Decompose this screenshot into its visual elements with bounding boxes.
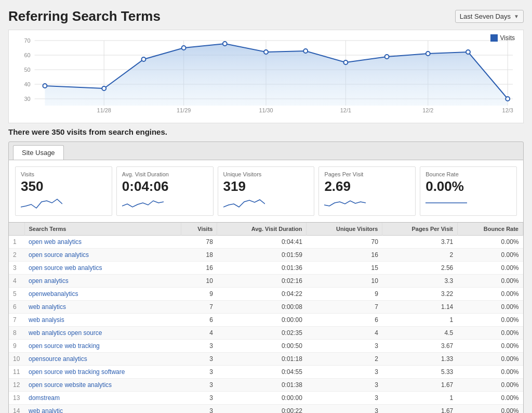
term-link[interactable]: open analytics [29,277,69,285]
table-header-row: Search Terms Visits Avg. Visit Duration … [9,223,523,236]
svg-point-34 [506,97,510,101]
metric-visits-label: Visits [21,171,107,177]
metric-avg-duration: Avg. Visit Duration 0:04:06 [116,166,214,216]
metric-avg-duration-label: Avg. Visit Duration [122,171,208,177]
page-header: Referring Search Terms Last Seven Days ▼ [8,8,524,24]
cell-bounce: 0.00% [457,366,523,379]
term-link[interactable]: open source web tracking software [29,368,125,376]
cell-pages: 4.5 [382,327,457,340]
cell-avg-duration: 0:04:41 [217,236,307,249]
cell-rank: 11 [9,366,24,379]
metric-unique-visitors: Unique Visitors 319 [218,166,315,216]
term-link[interactable]: open source web analytics [29,264,102,272]
cell-unique: 7 [307,301,382,314]
cell-avg-duration: 0:00:08 [217,301,307,314]
cell-term[interactable]: opensource analytics [24,353,181,366]
cell-rank: 5 [9,288,24,301]
table-row: 3 open source web analytics 16 0:01:36 1… [9,262,523,275]
term-link[interactable]: open source website analytics [29,381,112,389]
cell-visits: 16 [181,262,217,275]
cell-unique: 10 [307,275,382,288]
cell-visits: 4 [181,327,217,340]
cell-unique: 15 [307,262,382,275]
tab-site-usage[interactable]: Site Usage [13,145,64,160]
cell-term[interactable]: web analysis [24,314,181,327]
cell-unique: 3 [307,392,382,405]
cell-bounce: 0.00% [457,314,523,327]
svg-point-32 [426,51,430,56]
metric-pages-per-visit: Pages Per Visit 2.69 [318,166,416,216]
table-row: 12 open source website analytics 3 0:01:… [9,379,523,392]
metric-avg-duration-value: 0:04:06 [122,178,208,195]
metric-visits-value: 350 [21,178,107,195]
cell-bounce: 0.00% [457,236,523,249]
avg-duration-sparkline [122,197,208,211]
cell-term[interactable]: open analytics [24,275,181,288]
tabs-container: Site Usage [8,141,524,160]
metric-unique-value: 319 [223,178,309,195]
table-row: 11 open source web tracking software 3 0… [9,366,523,379]
cell-visits: 9 [181,288,217,301]
cell-pages: 1.33 [382,353,457,366]
cell-term[interactable]: open source web tracking [24,340,181,353]
cell-pages: 2.56 [382,262,457,275]
cell-term[interactable]: open source web tracking software [24,366,181,379]
term-link[interactable]: web analytics open source [29,329,102,337]
term-link[interactable]: open web analytics [29,238,82,246]
cell-rank: 8 [9,327,24,340]
pages-sparkline [324,197,410,211]
cell-avg-duration: 0:01:18 [217,353,307,366]
page-title: Referring Search Terms [8,8,161,24]
cell-pages: 3.71 [382,236,457,249]
col-search-terms: Search Terms [24,223,181,236]
metric-visits: Visits 350 [15,166,112,216]
term-link[interactable]: openwebanalytics [29,290,78,298]
col-unique: Unique Visitors [307,223,382,236]
table-row: 10 opensource analytics 3 0:01:18 2 1.33… [9,353,523,366]
cell-term[interactable]: domstream [24,392,181,405]
table-row: 1 open web analytics 78 0:04:41 70 3.71 … [9,236,523,249]
cell-term[interactable]: open web analytics [24,236,181,249]
cell-term[interactable]: web analytics [24,301,181,314]
cell-rank: 4 [9,275,24,288]
cell-rank: 6 [9,301,24,314]
table-row: 9 open source web tracking 3 0:00:50 3 3… [9,340,523,353]
col-visits: Visits [181,223,217,236]
cell-unique: 9 [307,288,382,301]
svg-point-23 [43,84,47,88]
term-link[interactable]: web analytics [29,303,66,311]
cell-term[interactable]: open source analytics [24,249,181,262]
term-link[interactable]: open source analytics [29,251,89,259]
term-link[interactable]: web analytic [29,407,63,413]
table-row: 13 domstream 3 0:00:00 3 1 0.00% [9,392,523,405]
svg-point-26 [182,46,186,50]
search-terms-table-section: Search Terms Visits Avg. Visit Duration … [8,223,524,413]
cell-term[interactable]: web analytics open source [24,327,181,340]
table-row: 5 openwebanalytics 9 0:04:22 9 3.22 0.00… [9,288,523,301]
cell-visits: 18 [181,249,217,262]
cell-term[interactable]: web analytic [24,405,181,413]
term-link[interactable]: domstream [29,394,60,402]
col-avg-duration: Avg. Visit Duration [217,223,307,236]
cell-pages: 3.22 [382,288,457,301]
cell-pages: 2 [382,249,457,262]
cell-avg-duration: 0:01:59 [217,249,307,262]
cell-term[interactable]: open source website analytics [24,379,181,392]
term-link[interactable]: web analysis [29,316,64,324]
date-filter-button[interactable]: Last Seven Days ▼ [455,10,524,23]
cell-term[interactable]: openwebanalytics [24,288,181,301]
cell-pages: 1 [382,392,457,405]
col-pages: Pages Per Visit [382,223,457,236]
cell-bounce: 0.00% [457,262,523,275]
term-link[interactable]: open source web tracking [29,342,100,350]
cell-bounce: 0.00% [457,288,523,301]
term-link[interactable]: opensource analytics [29,355,87,363]
cell-visits: 10 [181,275,217,288]
metric-unique-label: Unique Visitors [223,171,309,177]
cell-visits: 3 [181,405,217,413]
cell-bounce: 0.00% [457,327,523,340]
svg-point-29 [303,49,308,53]
svg-text:12/1: 12/1 [340,107,351,113]
cell-term[interactable]: open source web analytics [24,262,181,275]
cell-bounce: 0.00% [457,275,523,288]
